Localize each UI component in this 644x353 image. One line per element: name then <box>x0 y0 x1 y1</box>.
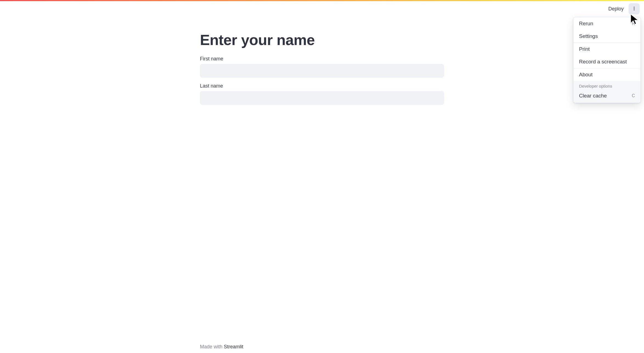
last-name-label: Last name <box>200 83 444 89</box>
kebab-icon <box>632 6 636 12</box>
menu-item-label: Rerun <box>579 21 593 27</box>
menu-item-label: About <box>579 72 593 78</box>
menu-section-header: Developer options <box>574 81 640 89</box>
menu-item-label: Print <box>579 46 590 52</box>
menu-item-print[interactable]: Print <box>574 43 640 55</box>
menu-developer-section: Developer options Clear cache C <box>574 81 640 103</box>
toolbar: Deploy <box>606 1 644 16</box>
menu-item-clear-cache[interactable]: Clear cache C <box>574 89 640 102</box>
menu-shortcut: C <box>632 93 635 98</box>
menu-item-about[interactable]: About <box>574 68 640 81</box>
first-name-input[interactable] <box>200 64 444 78</box>
footer-prefix: Made with <box>200 344 224 349</box>
main-menu-dropdown: Rerun R Settings Print Record a screenca… <box>573 17 641 103</box>
main-content: Enter your name First name Last name <box>0 1 644 105</box>
svg-point-2 <box>634 9 634 10</box>
svg-point-1 <box>634 8 634 9</box>
menu-item-settings[interactable]: Settings <box>574 30 640 43</box>
form-container: Enter your name First name Last name <box>200 31 444 105</box>
menu-item-rerun[interactable]: Rerun R <box>574 17 640 30</box>
menu-item-record-screencast[interactable]: Record a screencast <box>574 55 640 68</box>
menu-item-label: Record a screencast <box>579 59 627 65</box>
main-menu-button[interactable] <box>629 3 640 14</box>
footer: Made with Streamlit <box>200 344 444 350</box>
svg-point-0 <box>634 7 634 7</box>
last-name-input[interactable] <box>200 91 444 105</box>
page-title: Enter your name <box>200 31 444 48</box>
first-name-label: First name <box>200 56 444 62</box>
menu-item-label: Clear cache <box>579 93 607 99</box>
menu-item-label: Settings <box>579 33 598 39</box>
menu-shortcut: R <box>632 21 635 26</box>
footer-brand-link[interactable]: Streamlit <box>224 344 243 349</box>
deploy-button[interactable]: Deploy <box>606 4 626 13</box>
